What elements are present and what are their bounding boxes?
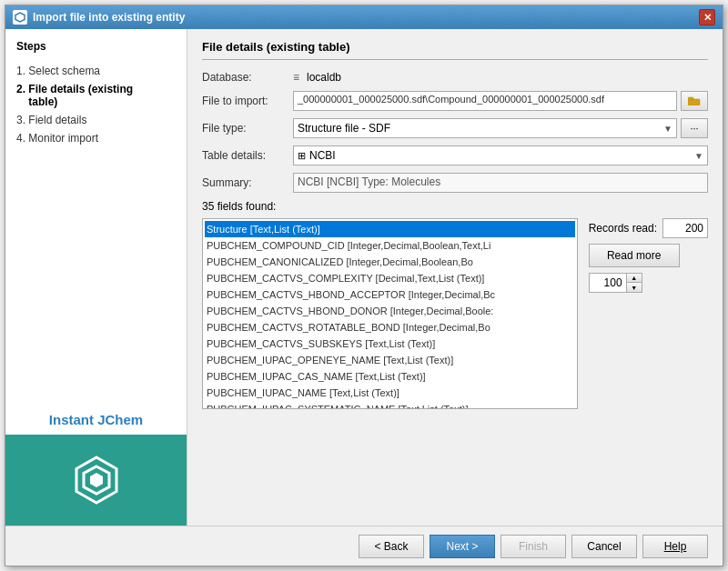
records-read-row: Records read: 200 [589,218,708,238]
logo-teal-area [5,435,187,526]
step-1: 1. Select schema [16,62,176,80]
step-2-label: File details (existing table) [16,83,133,108]
hexagon-logo-icon [69,453,124,507]
field-item-7[interactable]: PUBCHEM_CACTVS_SUBSKEYS [Text,List (Text… [205,336,575,352]
footer: < Back Next > Finish Cancel Help [5,526,723,566]
close-button[interactable]: ✕ [699,9,715,25]
spinner-input[interactable]: 100 [590,274,626,292]
table-details-arrow: ▼ [694,151,703,161]
file-type-value: Structure file - SDF [298,122,390,135]
file-type-more-button[interactable]: ··· [681,118,708,138]
step-4-label: Monitor import [28,132,98,145]
step-1-number: 1. [16,65,28,77]
field-item-3[interactable]: PUBCHEM_CACTVS_COMPLEXITY [Decimal,Text,… [205,270,575,286]
app-icon [13,10,27,25]
table-details-icon: ⊞ [298,150,306,162]
spinner-down-button[interactable]: ▼ [627,283,642,292]
field-item-0[interactable]: Structure [Text,List (Text)] [205,221,575,237]
dropdown-arrow: ▼ [663,124,672,134]
summary-value-area: NCBI [NCBI] Type: Molecules [293,173,708,193]
help-button[interactable]: Help [642,535,708,558]
steps-list: 1. Select schema 2. File details (existi… [16,62,176,147]
summary-row: Summary: NCBI [NCBI] Type: Molecules [202,173,708,193]
step-3-label: Field details [28,114,86,126]
field-item-1[interactable]: PUBCHEM_COMPOUND_CID [Integer,Decimal,Bo… [205,237,575,254]
step-1-label: Select schema [28,65,100,77]
file-import-label: File to import: [202,95,293,107]
brand-name: Instant JChem [49,412,143,427]
database-row: Database: ≡ localdb [202,71,708,84]
summary-label: Summary: [202,176,293,189]
sidebar-bottom: Instant JChem [5,405,187,526]
svg-rect-5 [688,97,693,100]
database-value-area: ≡ localdb [293,71,708,84]
file-import-row: File to import: _000000001_000025000.sdf… [202,91,708,111]
title-bar: Import file into existing entity ✕ [5,5,723,29]
dialog-title: Import file into existing entity [33,11,185,24]
database-name: localdb [307,71,341,84]
file-import-input[interactable]: _000000001_000025000.sdf\Compound_000000… [293,91,677,111]
cancel-button[interactable]: Cancel [571,535,637,558]
svg-marker-3 [90,473,103,487]
fields-area: Structure [Text,List (Text)] PUBCHEM_COM… [202,218,708,409]
step-4: 4. Monitor import [16,129,176,147]
summary-value: NCBI [NCBI] Type: Molecules [293,173,708,193]
read-more-button[interactable]: Read more [589,244,680,267]
table-details-value-area: ⊞ NCBI ▼ [293,145,708,165]
field-item-4[interactable]: PUBCHEM_CACTVS_HBOND_ACCEPTOR [Integer,D… [205,286,575,303]
spinner-up-button[interactable]: ▲ [627,274,642,283]
finish-button[interactable]: Finish [500,535,566,558]
field-item-11[interactable]: PUBCHEM_IUPAC_SYSTEMATIC_NAME [Text,List… [205,401,575,408]
field-item-10[interactable]: PUBCHEM_IUPAC_NAME [Text,List (Text)] [205,385,575,401]
steps-title: Steps [16,40,176,53]
table-details-value: NCBI [309,149,336,162]
svg-marker-0 [15,13,25,22]
spinner-buttons: ▲ ▼ [626,274,642,292]
next-button[interactable]: Next > [430,535,495,558]
field-item-5[interactable]: PUBCHEM_CACTVS_HBOND_DONOR [Integer,Deci… [205,303,575,319]
file-type-select[interactable]: Structure file - SDF ▼ [293,118,677,138]
spinner-control[interactable]: 100 ▲ ▼ [589,273,642,293]
file-type-value-area: Structure file - SDF ▼ ··· [293,118,708,138]
horizontal-scrollbar[interactable]: ◀ ▶ [203,408,577,409]
step-4-number: 4. [16,132,28,145]
browse-button[interactable] [681,91,708,111]
database-icon: ≡ [293,71,299,84]
file-import-value-area: _000000001_000025000.sdf\Compound_000000… [293,91,708,111]
records-read-input[interactable]: 200 [662,218,708,238]
step-3: 3. Field details [16,111,176,129]
table-details-select[interactable]: ⊞ NCBI ▼ [293,145,708,165]
table-details-row: Table details: ⊞ NCBI ▼ [202,145,708,165]
main-panel: File details (existing table) Database: … [187,29,723,526]
fields-list-container: Structure [Text,List (Text)] PUBCHEM_COM… [202,218,578,409]
fields-list[interactable]: Structure [Text,List (Text)] PUBCHEM_COM… [203,219,577,408]
records-panel: Records read: 200 Read more 100 ▲ ▼ [589,218,708,293]
step-3-number: 3. [16,114,28,126]
step-2: 2. File details (existing table) [16,80,176,111]
database-label: Database: [202,71,293,84]
panel-title: File details (existing table) [202,40,708,60]
field-item-2[interactable]: PUBCHEM_CANONICALIZED [Integer,Decimal,B… [205,254,575,270]
back-button[interactable]: < Back [359,535,424,558]
fields-found-label: 35 fields found: [202,200,708,213]
field-item-6[interactable]: PUBCHEM_CACTVS_ROTATABLE_BOND [Integer,D… [205,319,575,336]
table-details-label: Table details: [202,149,293,162]
steps-sidebar: Steps 1. Select schema 2. File details (… [5,29,187,405]
field-item-9[interactable]: PUBCHEM_IUPAC_CAS_NAME [Text,List (Text)… [205,368,575,385]
field-item-8[interactable]: PUBCHEM_IUPAC_OPENEYE_NAME [Text,List (T… [205,352,575,368]
file-type-row: File type: Structure file - SDF ▼ ··· [202,118,708,138]
brand-logo: Instant JChem [5,405,187,435]
folder-icon [688,96,701,105]
step-2-number: 2. [16,83,28,95]
records-read-label: Records read: [589,222,657,235]
file-type-label: File type: [202,122,293,135]
